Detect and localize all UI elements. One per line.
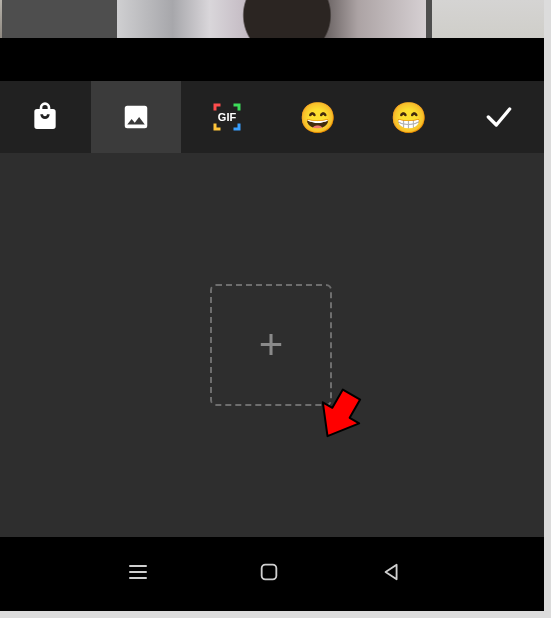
confirm-button[interactable] <box>453 81 544 153</box>
nav-back-button[interactable] <box>377 559 407 589</box>
store-icon <box>29 101 61 133</box>
check-icon <box>483 101 515 133</box>
sticker-panel: + <box>0 153 544 537</box>
svg-rect-5 <box>262 565 277 580</box>
nav-recent-button[interactable] <box>123 559 153 589</box>
store-tab[interactable] <box>0 81 91 153</box>
svg-text:GIF: GIF <box>218 111 237 123</box>
svg-marker-6 <box>386 565 397 580</box>
gallery-tab[interactable] <box>91 81 182 153</box>
gif-tab[interactable]: GIF <box>181 81 272 153</box>
back-icon <box>381 561 403 587</box>
preview-thumb[interactable] <box>0 0 2 38</box>
emoji-tab-2[interactable]: 😁 <box>363 81 454 153</box>
emoji-tab-1[interactable]: 😄 <box>272 81 363 153</box>
app-frame: GIF 😄 😁 + <box>0 0 544 611</box>
preview-thumb[interactable] <box>117 0 426 38</box>
recent-apps-icon <box>126 560 150 588</box>
add-sticker-tile[interactable]: + <box>210 284 332 406</box>
plus-icon: + <box>259 324 284 366</box>
system-navbar <box>0 537 544 611</box>
preview-thumb[interactable] <box>432 0 544 38</box>
emoji-beam-icon: 😁 <box>390 100 427 135</box>
category-toolbar: GIF 😄 😁 <box>0 81 544 153</box>
home-icon <box>258 561 280 587</box>
nav-home-button[interactable] <box>254 559 284 589</box>
gif-icon: GIF <box>210 100 244 134</box>
gallery-icon <box>121 102 151 132</box>
emoji-grin-icon: 😄 <box>299 100 336 135</box>
preview-strip <box>0 0 544 38</box>
